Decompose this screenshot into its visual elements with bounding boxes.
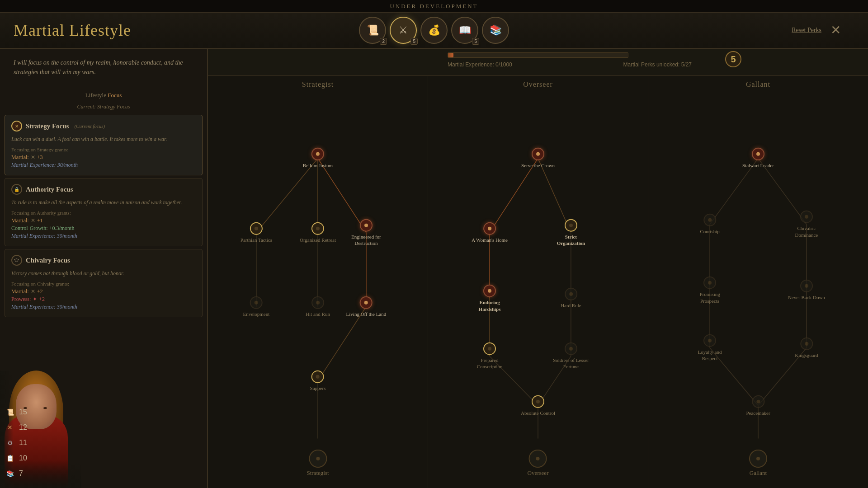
tab-0[interactable]: 📜 2 bbox=[359, 17, 386, 44]
chivalry-stat-prowess: Prowess: ✦ +2 bbox=[11, 296, 196, 303]
xp-bar bbox=[448, 52, 628, 58]
authority-focus-icon: 🔒 bbox=[11, 184, 22, 195]
lifestyle-tabs: 📜 2 ⚔ 5 💰 📖 5 📚 bbox=[359, 17, 509, 44]
strategy-focus-card[interactable]: ✕ Strategy Focus (Current focus) Luck ca… bbox=[5, 115, 203, 175]
strategist-header: Strategist bbox=[208, 76, 428, 93]
perk-bellum-justum[interactable]: Bellum Justum bbox=[303, 148, 333, 169]
gallant-svg bbox=[648, 76, 868, 488]
strategy-focus-desc: Luck can win a duel. A fool can win a ba… bbox=[11, 135, 196, 143]
banner-text: UNDER DEVELOPMENT bbox=[390, 3, 478, 10]
strategist-svg bbox=[208, 76, 428, 488]
authority-grants-label: Focusing on Authority grants: bbox=[11, 210, 196, 216]
perks-unlocked-label: Martial Perks unlocked: 5/27 bbox=[623, 61, 692, 68]
authority-stat-control: Control Growth: +0.3/month bbox=[11, 225, 196, 232]
development-banner: UNDER DEVELOPMENT bbox=[0, 0, 868, 13]
bottom-gallant[interactable]: Gallant bbox=[749, 450, 767, 477]
perks-badge: 5 bbox=[725, 51, 741, 67]
perk-engineered-destruction[interactable]: Engineered for Destruction bbox=[346, 219, 387, 246]
tab-1-martial[interactable]: ⚔ 5 bbox=[390, 17, 417, 44]
perk-organized-retreat[interactable]: Organized Retreat bbox=[300, 222, 336, 243]
gallant-column: Gallant Stalwart Leader bbox=[648, 76, 868, 488]
perk-hit-and-run[interactable]: Hit and Run bbox=[306, 296, 330, 317]
authority-stat-martial: Martial: ✕ +1 bbox=[11, 217, 196, 224]
chivalry-focus-desc: Victory comes not through blood or gold,… bbox=[11, 269, 196, 277]
chivalry-focus-card[interactable]: 🛡 Chivalry Focus Victory comes not throu… bbox=[5, 249, 203, 317]
reset-perks-button[interactable]: Reset Perks bbox=[792, 27, 821, 34]
tab-3-intrigue[interactable]: 📖 5 bbox=[451, 17, 478, 44]
tab-2-stewardship[interactable]: 💰 bbox=[420, 17, 448, 44]
perk-serve-crown[interactable]: Serve the Crown bbox=[521, 148, 555, 169]
perk-chivalric-dominance[interactable]: Chivalric Dominance bbox=[786, 211, 827, 238]
title-part1: Martial bbox=[14, 21, 65, 39]
lifestyle-focus-header: Lifestyle Focus Current: Strategy Focus bbox=[0, 84, 207, 112]
stat-learning: 📚 7 bbox=[5, 468, 27, 479]
perk-strict-organization[interactable]: Strict Organization bbox=[551, 219, 591, 246]
chivalry-focus-icon: 🛡 bbox=[11, 255, 22, 266]
svg-line-6 bbox=[318, 307, 366, 381]
strategy-focus-title: Strategy Focus bbox=[26, 122, 69, 130]
xp-bar-area: Martial Experience: 0/1000 Martial Perks… bbox=[208, 49, 868, 76]
current-focus-label: Current: Strategy Focus bbox=[5, 103, 203, 110]
strategy-current-tag: (Current focus) bbox=[74, 123, 105, 129]
tab-4-learning[interactable]: 📚 bbox=[482, 17, 509, 44]
martial-xp-label: Martial Experience: 0/1000 bbox=[448, 61, 512, 68]
perk-enduring-hardships[interactable]: Enduring Hardships bbox=[469, 285, 510, 312]
overseer-header: Overseer bbox=[428, 76, 648, 93]
authority-focus-card[interactable]: 🔒 Authority Focus To rule is to make all… bbox=[5, 178, 203, 246]
strategy-stat-martial: Martial: ✕ +3 bbox=[11, 154, 196, 161]
perk-loyalty-respect[interactable]: Loyalty and Respect bbox=[689, 334, 730, 362]
overseer-column: Overseer Serve the Crown bbox=[428, 76, 648, 488]
tree-columns: Strategist Bellum Justum bbox=[208, 76, 868, 488]
chivalry-stat-exp: Martial Experience: 30/month bbox=[11, 304, 196, 310]
chivalry-stat-martial: Martial: ✕ +2 bbox=[11, 288, 196, 295]
perk-stalwart-leader[interactable]: Stalwart Leader bbox=[742, 148, 774, 169]
strategy-stat-exp: Martial Experience: 30/month bbox=[11, 162, 196, 169]
page-title: Martial Lifestyle bbox=[14, 21, 131, 40]
perk-kingsguard[interactable]: Kingsguard bbox=[795, 338, 818, 358]
svg-line-8 bbox=[490, 158, 538, 232]
overseer-svg bbox=[428, 76, 648, 488]
strategy-grants-label: Focusing on Strategy grants: bbox=[11, 147, 196, 152]
title-part2: Lifestyle bbox=[69, 21, 131, 39]
perk-envelopment[interactable]: Envelopment bbox=[243, 296, 270, 317]
right-panel: Martial Experience: 0/1000 Martial Perks… bbox=[208, 49, 868, 488]
header: Martial Lifestyle 📜 2 ⚔ 5 💰 📖 5 📚 Reset … bbox=[0, 13, 868, 49]
stat-diplomacy: 📜 15 bbox=[5, 407, 27, 418]
strategy-focus-icon: ✕ bbox=[11, 121, 22, 131]
close-button[interactable]: ✕ bbox=[830, 24, 841, 37]
authority-focus-desc: To rule is to make all the aspects of a … bbox=[11, 198, 196, 206]
stat-intrigue: 📋 10 bbox=[5, 453, 27, 464]
perk-promising-prospects[interactable]: Promising Prospects bbox=[689, 277, 730, 304]
perk-hard-rule[interactable]: Hard Rule bbox=[561, 288, 581, 309]
left-panel: I will focus on the control of my realm,… bbox=[0, 49, 208, 488]
perk-courtship[interactable]: Courtship bbox=[700, 214, 719, 235]
perk-absolute-control[interactable]: Absolute Control bbox=[521, 395, 555, 416]
skill-tree: Strategist Bellum Justum bbox=[208, 76, 868, 488]
bottom-strategist[interactable]: Strategist bbox=[307, 450, 329, 477]
description-text: I will focus on the control of my realm,… bbox=[0, 49, 207, 84]
perk-living-off-land[interactable]: Living Off the Land bbox=[346, 296, 387, 317]
character-section: 📜 15 ✕ 12 ⚙ 11 📋 10 📚 7 bbox=[0, 371, 207, 488]
header-actions: Reset Perks ✕ bbox=[792, 24, 841, 37]
chivalry-grants-label: Focusing on Chivalry grants: bbox=[11, 281, 196, 286]
stat-martial: ✕ 12 bbox=[5, 422, 27, 433]
perk-prepared-conscription[interactable]: Prepared Conscription bbox=[469, 343, 510, 370]
perk-womans-home[interactable]: A Woman's Home bbox=[472, 222, 508, 243]
authority-stat-exp: Martial Experience: 30/month bbox=[11, 233, 196, 239]
authority-focus-title: Authority Focus bbox=[26, 186, 73, 193]
perk-parthian-tactics[interactable]: Parthian Tactics bbox=[241, 222, 272, 243]
stats-list: 📜 15 ✕ 12 ⚙ 11 📋 10 📚 7 bbox=[5, 407, 27, 479]
perk-peacemaker[interactable]: Peacemaker bbox=[746, 395, 770, 416]
perk-never-back-down[interactable]: Never Back Down bbox=[788, 280, 825, 300]
strategist-column: Strategist Bellum Justum bbox=[208, 76, 428, 488]
gallant-header: Gallant bbox=[648, 76, 868, 93]
chivalry-focus-title: Chivalry Focus bbox=[26, 257, 70, 264]
xp-bar-fill bbox=[448, 53, 453, 57]
stat-stewardship: ⚙ 11 bbox=[5, 437, 27, 448]
svg-line-0 bbox=[256, 158, 318, 232]
perk-sappers[interactable]: Sappers bbox=[310, 371, 326, 391]
perk-soldiers-fortune[interactable]: Soldiers of Lesser Fortune bbox=[551, 343, 591, 370]
bottom-overseer[interactable]: Overseer bbox=[528, 450, 549, 477]
